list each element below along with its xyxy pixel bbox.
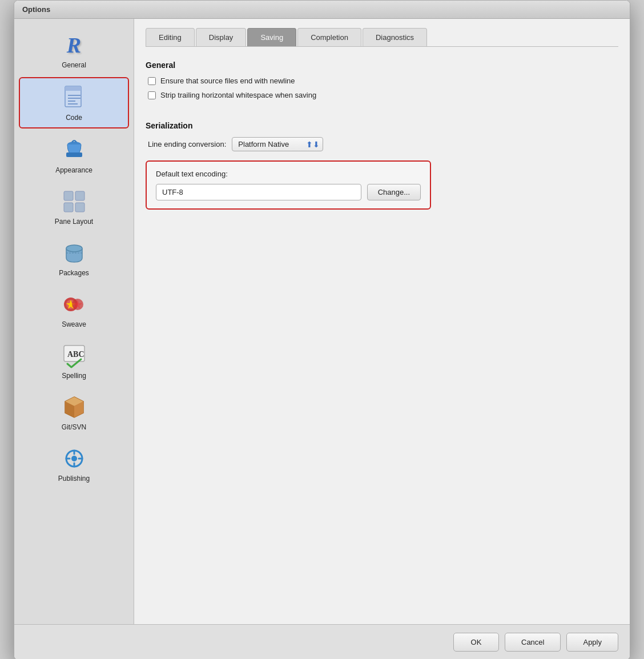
sidebar-label-general: General [62,61,86,69]
tab-editing[interactable]: Editing [146,28,195,46]
apply-button[interactable]: Apply [566,633,618,652]
sidebar-label-publishing: Publishing [58,475,90,483]
svg-rect-8 [64,191,73,200]
publishing-svg [62,446,87,471]
checkbox-newline[interactable] [148,77,156,85]
svg-point-13 [66,245,82,252]
sidebar-label-spelling: Spelling [62,372,86,380]
git-svn-icon [61,393,88,421]
line-ending-label: Line ending conversion: [148,140,226,148]
sidebar-item-code[interactable]: Code [19,77,129,128]
bucket-svg [62,138,87,163]
general-section: General Ensure that source files end wit… [146,56,618,105]
sidebar-item-pane-layout[interactable]: Pane Layout [19,182,129,231]
checkbox-row-whitespace: Strip trailing horizontal whitespace whe… [146,91,618,99]
packages-svg [62,240,87,266]
encoding-row: Change... [156,184,421,200]
checkbox-newline-label: Ensure that source files end with newlin… [160,77,295,85]
sidebar-item-publishing[interactable]: Publishing [19,439,129,488]
code-doc-svg [62,85,87,110]
line-ending-select[interactable]: Platform Native Passthrough Windows (CR/… [232,137,323,151]
main-panel: Editing Display Saving Completion Diagno… [134,19,630,624]
pane-grid-svg [62,189,87,214]
svg-rect-7 [66,152,82,157]
bottom-bar: OK Cancel Apply [14,624,630,659]
checkbox-whitespace[interactable] [148,91,156,99]
sidebar: R General Code [14,19,134,624]
appearance-icon [61,136,88,164]
checkbox-row-newline: Ensure that source files end with newlin… [146,77,618,85]
cancel-button[interactable]: Cancel [505,633,561,652]
sidebar-item-packages[interactable]: Packages [19,234,129,283]
svg-rect-9 [75,191,84,200]
options-window: Options R General [14,0,630,659]
general-icon: R [61,31,88,59]
sidebar-label-pane-layout: Pane Layout [55,218,93,226]
svg-rect-10 [64,203,73,212]
spelling-icon: ABC [61,342,88,369]
sweave-icon [61,291,88,318]
svg-text:ABC: ABC [67,350,84,359]
sidebar-label-git-svn: Git/SVN [62,423,86,431]
code-icon [61,84,88,111]
packages-icon [61,239,88,267]
general-section-title: General [146,61,618,70]
tab-bar: Editing Display Saving Completion Diagno… [146,28,618,47]
tab-completion[interactable]: Completion [297,28,361,46]
line-ending-row: Line ending conversion: Platform Native … [146,137,618,151]
publishing-icon [61,445,88,472]
sidebar-label-appearance: Appearance [55,166,92,174]
sidebar-label-sweave: Sweave [62,320,86,328]
tab-display[interactable]: Display [196,28,247,46]
sweave-svg [62,292,87,317]
serialization-section: Serialization Line ending conversion: Pl… [146,116,618,219]
sidebar-label-packages: Packages [59,269,89,277]
line-ending-select-wrapper: Platform Native Passthrough Windows (CR/… [232,137,323,151]
encoding-input[interactable] [156,184,361,200]
sidebar-item-spelling[interactable]: ABC Spelling [19,336,129,385]
encoding-label: Default text encoding: [156,170,421,178]
tab-saving[interactable]: Saving [247,28,296,46]
encoding-box: Default text encoding: Change... [146,160,431,210]
titlebar: Options [14,1,630,19]
svg-rect-11 [75,203,84,212]
sidebar-item-sweave[interactable]: Sweave [19,285,129,334]
spelling-svg: ABC [62,343,87,368]
sidebar-item-general[interactable]: R General [19,26,129,75]
tab-diagnostics[interactable]: Diagnostics [363,28,427,46]
svg-rect-1 [65,86,81,91]
window-title: Options [22,5,50,14]
checkbox-whitespace-label: Strip trailing horizontal whitespace whe… [160,91,316,99]
pane-layout-icon [61,188,88,215]
svg-point-25 [71,456,77,461]
sidebar-item-appearance[interactable]: Appearance [19,131,129,180]
ok-button[interactable]: OK [453,633,499,652]
serialization-section-title: Serialization [146,121,618,130]
sidebar-item-git-svn[interactable]: Git/SVN [19,388,129,437]
sidebar-label-code: Code [66,114,82,122]
change-button[interactable]: Change... [367,184,421,200]
gitsvn-svg [62,395,87,420]
